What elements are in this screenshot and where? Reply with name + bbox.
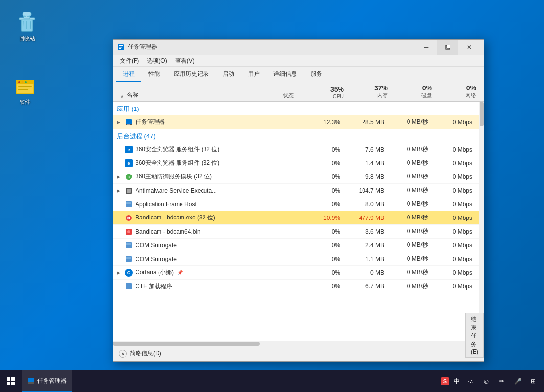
process-icon [125,214,133,222]
table-row[interactable]: ▶ C Cortana (小娜) 📌 0% 0 MB 0 MB/秒 0 Mbps [113,266,484,280]
process-name: Antimalware Service Executa... [136,187,265,194]
svg-rect-15 [18,89,28,90]
svg-rect-38 [126,257,131,259]
tray-icon-link[interactable]: ✏ [495,374,509,388]
svg-line-3 [23,21,23,29]
process-disk: 0 MB/秒 [392,268,436,277]
tray-icon-grid[interactable]: ⊞ [526,374,540,388]
h-scrollbar-thumb[interactable] [113,342,260,346]
process-icon [125,200,133,208]
table-row[interactable]: COM Surrogate 0% 2.4 MB 0 MB/秒 0 Mbps [113,239,484,252]
process-name-com2: COM Surrogate [136,256,265,262]
process-memory: 8.0 MB [348,201,392,208]
process-memory: 6.7 MB [348,283,392,290]
process-disk: 0 MB/秒 [392,200,436,208]
process-name: Bandicam - bdcam.exe (32 位) [136,214,265,222]
window-controls: ─ ✕ [415,40,480,55]
tray-icon-mic[interactable]: 🎤 [511,374,524,388]
expand-icon[interactable]: ▶ [117,188,125,193]
table-row[interactable]: COM Surrogate 0% 1.1 MB 0 MB/秒 0 Mbps [113,252,484,266]
vertical-scrollbar[interactable] [479,102,484,336]
table-row[interactable]: e 360安全浏览器 服务组件 (32 位) 0% 1.4 MB 0 MB/秒 … [113,156,484,170]
tab-processes[interactable]: 进程 [116,67,141,82]
process-icon: e [125,146,133,153]
close-button[interactable]: ✕ [458,40,480,55]
process-memory: 3.6 MB [348,228,392,235]
software-icon [14,75,36,97]
table-row[interactable]: Bandicam - bdcam64.bin 0% 3.6 MB 0 MB/秒 … [113,225,484,239]
section-bg: 后台进程 (47) [113,129,484,143]
title-bar: 任务管理器 ─ ✕ [113,40,484,55]
svg-text:3: 3 [128,175,130,179]
sort-arrow-icon: ∧ [117,94,127,99]
table-row[interactable]: ▶ 任务管理器 12.3% 28.5 MB 0 MB/秒 0 Mbps [113,115,484,129]
expand-icon[interactable]: ▶ [117,270,125,275]
tabs: 进程 性能 应用历史记录 启动 用户 详细信息 服务 [113,67,484,82]
table-row[interactable]: ▶ 3 360主动防御服务模块 (32 位) 0% 9.8 MB 0 MB/秒 … [113,170,484,184]
col-disk-header[interactable]: 0% 磁盘 [396,84,440,99]
system-tray: S 中 ·∴ ☺ ✏ 🎤 ⊞ [441,370,544,392]
process-cpu: 0% [304,242,348,249]
process-disk: 0 MB/秒 [392,214,436,222]
svg-rect-36 [126,243,131,245]
tab-users[interactable]: 用户 [241,67,267,82]
process-cpu: 0% [304,283,348,290]
process-cpu: 0% [304,269,348,276]
process-list[interactable]: 应用 (1) ▶ 任务管理器 12.3% 28.5 MB [113,102,484,341]
process-memory: 477.9 MB [348,215,392,221]
col-memory-header[interactable]: 37% 内存 [352,84,396,99]
maximize-button[interactable] [437,40,458,55]
expand-icon[interactable]: ▶ [117,174,125,179]
table-row[interactable]: Application Frame Host 0% 8.0 MB 0 MB/秒 … [113,197,484,211]
col-name-header[interactable]: 名称 [127,91,269,99]
svg-point-8 [23,12,31,16]
table-row[interactable]: ▶ Antimalware Service Executa... 0% 104.… [113,184,484,197]
process-name: 360主动防御服务模块 (32 位) [136,173,265,181]
menu-options[interactable]: 选项(O) [143,56,171,66]
svg-rect-19 [119,48,121,49]
end-task-button[interactable]: 结束任务(E) [465,313,484,358]
summary-label: 简略信息(D) [130,349,161,358]
process-network: 0 Mbps [436,242,480,249]
horizontal-scrollbar[interactable] [113,341,484,346]
svg-point-13 [25,81,27,83]
menu-file[interactable]: 文件(F) [116,56,143,66]
desktop-icon-software[interactable]: 软件 [8,73,42,107]
minimize-button[interactable]: ─ [415,40,437,55]
table-row[interactable]: e 360安全浏览器 服务组件 (32 位) 0% 7.6 MB 0 MB/秒 … [113,143,484,156]
start-button[interactable] [0,370,22,392]
tab-performance[interactable]: 性能 [141,67,167,82]
taskbar-task-manager[interactable]: 任务管理器 [22,370,72,392]
tab-startup[interactable]: 启动 [216,67,241,82]
process-cpu: 0% [304,174,348,180]
tray-icon-dots[interactable]: ·∴ [464,374,477,388]
menu-view[interactable]: 查看(V) [171,56,199,66]
process-icon [125,283,133,290]
ime-label[interactable]: 中 [452,377,462,386]
process-name: 任务管理器 [136,118,265,126]
table-row[interactable]: Bandicam - bdcam.exe (32 位) 10.9% 477.9 … [113,211,484,225]
table-row[interactable]: CTF 加载程序 0% 6.7 MB 0 MB/秒 0 Mbps [113,280,484,293]
tray-icon-emoji[interactable]: ☺ [479,374,493,388]
process-cpu: 0% [304,201,348,208]
title-bar-icon [117,44,125,51]
process-name: Application Frame Host [136,201,265,208]
tab-services[interactable]: 服务 [304,67,329,82]
tab-details[interactable]: 详细信息 [267,67,304,82]
process-disk: 0 MB/秒 [392,241,436,249]
desktop-icon-recycle-bin[interactable]: 回收站 [10,10,44,44]
sogou-badge[interactable]: S [441,377,449,385]
expand-icon[interactable]: ▶ [117,120,125,125]
svg-rect-42 [7,382,10,385]
process-disk: 0 MB/秒 [392,118,436,126]
tab-app-history[interactable]: 应用历史记录 [167,67,216,82]
scrollbar-thumb[interactable] [480,102,484,126]
expand-summary-button[interactable]: ∧ 简略信息(D) [119,349,161,358]
col-cpu-header[interactable]: 35% CPU [308,86,352,99]
process-name: CTF 加载程序 [136,283,265,291]
process-icon [125,255,133,263]
process-network: 0 Mbps [436,228,480,235]
col-network-header[interactable]: 0% 网络 [440,84,484,99]
process-cpu: 0% [304,228,348,235]
col-status-header[interactable]: 状态 [269,92,308,99]
